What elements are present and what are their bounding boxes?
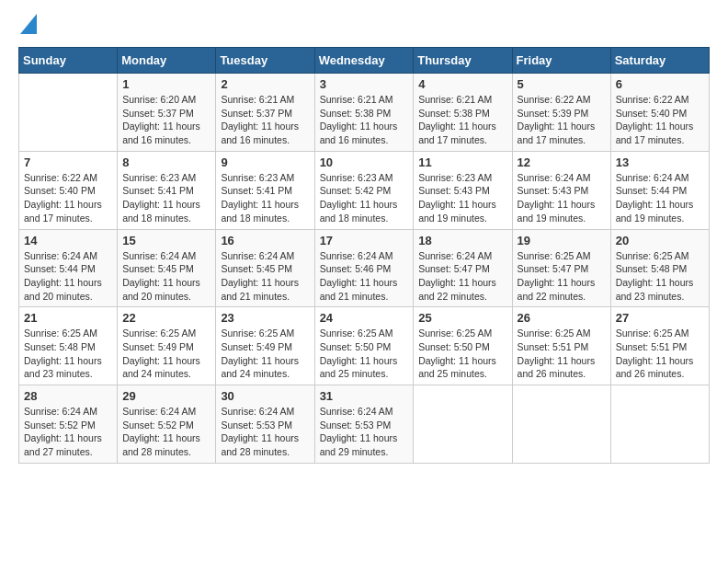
day-number: 6 [616,77,704,91]
day-number: 9 [221,155,309,169]
calendar-day-cell [19,74,118,152]
day-info: Sunrise: 6:23 AMSunset: 5:42 PMDaylight:… [320,171,409,225]
calendar-day-cell: 23Sunrise: 6:25 AMSunset: 5:49 PMDayligh… [216,307,314,385]
calendar-day-cell: 28Sunrise: 6:24 AMSunset: 5:52 PMDayligh… [19,385,118,464]
calendar-day-header: Friday [512,48,610,74]
calendar-day-cell [414,385,512,464]
day-info: Sunrise: 6:24 AMSunset: 5:47 PMDaylight:… [418,249,506,304]
day-info: Sunrise: 6:22 AMSunset: 5:39 PMDaylight:… [518,93,606,147]
calendar-table: SundayMondayTuesdayWednesdayThursdayFrid… [18,47,710,464]
day-info: Sunrise: 6:23 AMSunset: 5:41 PMDaylight:… [122,171,210,225]
calendar-week-row: 28Sunrise: 6:24 AMSunset: 5:52 PMDayligh… [19,385,710,464]
calendar-day-header: Saturday [610,48,709,74]
calendar-day-cell [512,385,610,464]
calendar-day-cell: 14Sunrise: 6:24 AMSunset: 5:44 PMDayligh… [19,229,118,307]
calendar-day-cell: 27Sunrise: 6:25 AMSunset: 5:51 PMDayligh… [610,307,709,385]
svg-marker-0 [20,14,37,34]
logo-arrow-icon [20,14,37,38]
day-number: 4 [418,77,506,91]
day-info: Sunrise: 6:21 AMSunset: 5:38 PMDaylight:… [320,93,409,147]
day-number: 7 [24,155,112,169]
day-number: 21 [24,311,112,325]
day-number: 10 [320,155,409,169]
day-number: 23 [221,311,309,325]
day-number: 27 [616,311,704,325]
day-info: Sunrise: 6:25 AMSunset: 5:49 PMDaylight:… [221,327,309,381]
calendar-day-cell: 11Sunrise: 6:23 AMSunset: 5:43 PMDayligh… [414,151,512,229]
day-info: Sunrise: 6:25 AMSunset: 5:49 PMDaylight:… [122,327,210,381]
day-number: 19 [518,234,606,247]
day-info: Sunrise: 6:22 AMSunset: 5:40 PMDaylight:… [24,171,112,225]
day-info: Sunrise: 6:25 AMSunset: 5:50 PMDaylight:… [418,327,506,381]
calendar-day-cell: 1Sunrise: 6:20 AMSunset: 5:37 PMDaylight… [118,74,216,152]
day-number: 13 [616,155,704,169]
day-number: 20 [616,234,704,247]
day-number: 14 [24,234,112,247]
calendar-day-header: Sunday [19,48,118,74]
day-info: Sunrise: 6:25 AMSunset: 5:47 PMDaylight:… [518,249,606,304]
day-number: 5 [518,77,606,91]
day-number: 17 [320,234,409,247]
day-info: Sunrise: 6:25 AMSunset: 5:48 PMDaylight:… [24,327,112,381]
day-info: Sunrise: 6:21 AMSunset: 5:38 PMDaylight:… [418,93,506,147]
day-number: 1 [122,77,210,91]
calendar-day-cell: 18Sunrise: 6:24 AMSunset: 5:47 PMDayligh… [414,229,512,307]
calendar-day-cell: 31Sunrise: 6:24 AMSunset: 5:53 PMDayligh… [314,385,414,464]
day-info: Sunrise: 6:25 AMSunset: 5:50 PMDaylight:… [320,327,409,381]
day-info: Sunrise: 6:22 AMSunset: 5:40 PMDaylight:… [616,93,704,147]
calendar-day-cell: 29Sunrise: 6:24 AMSunset: 5:52 PMDayligh… [118,385,216,464]
day-number: 8 [122,155,210,169]
calendar-day-cell: 3Sunrise: 6:21 AMSunset: 5:38 PMDaylight… [314,74,414,152]
calendar-day-cell: 2Sunrise: 6:21 AMSunset: 5:37 PMDaylight… [216,74,314,152]
calendar-week-row: 1Sunrise: 6:20 AMSunset: 5:37 PMDaylight… [19,74,710,152]
calendar-day-cell: 24Sunrise: 6:25 AMSunset: 5:50 PMDayligh… [314,307,414,385]
calendar-header-row: SundayMondayTuesdayWednesdayThursdayFrid… [19,48,710,74]
day-number: 2 [221,77,309,91]
day-info: Sunrise: 6:25 AMSunset: 5:51 PMDaylight:… [518,327,606,381]
calendar-day-cell: 16Sunrise: 6:24 AMSunset: 5:45 PMDayligh… [216,229,314,307]
calendar-day-cell: 8Sunrise: 6:23 AMSunset: 5:41 PMDaylight… [118,151,216,229]
day-number: 26 [518,311,606,325]
calendar-day-cell: 20Sunrise: 6:25 AMSunset: 5:48 PMDayligh… [610,229,709,307]
calendar-day-header: Monday [118,48,216,74]
day-number: 3 [320,77,409,91]
calendar-day-cell: 15Sunrise: 6:24 AMSunset: 5:45 PMDayligh… [118,229,216,307]
calendar-day-cell: 4Sunrise: 6:21 AMSunset: 5:38 PMDaylight… [414,74,512,152]
day-number: 15 [122,234,210,247]
calendar-day-cell [610,385,709,464]
calendar-day-cell: 5Sunrise: 6:22 AMSunset: 5:39 PMDaylight… [512,74,610,152]
page-header [18,14,710,38]
calendar-day-cell: 9Sunrise: 6:23 AMSunset: 5:41 PMDaylight… [216,151,314,229]
day-info: Sunrise: 6:24 AMSunset: 5:53 PMDaylight:… [221,405,309,459]
day-number: 12 [518,155,606,169]
day-info: Sunrise: 6:24 AMSunset: 5:45 PMDaylight:… [221,249,309,304]
day-info: Sunrise: 6:24 AMSunset: 5:44 PMDaylight:… [24,249,112,304]
logo [18,14,37,38]
calendar-day-cell: 21Sunrise: 6:25 AMSunset: 5:48 PMDayligh… [19,307,118,385]
calendar-day-cell: 19Sunrise: 6:25 AMSunset: 5:47 PMDayligh… [512,229,610,307]
calendar-day-cell: 17Sunrise: 6:24 AMSunset: 5:46 PMDayligh… [314,229,414,307]
calendar-day-cell: 26Sunrise: 6:25 AMSunset: 5:51 PMDayligh… [512,307,610,385]
calendar-week-row: 7Sunrise: 6:22 AMSunset: 5:40 PMDaylight… [19,151,710,229]
calendar-week-row: 21Sunrise: 6:25 AMSunset: 5:48 PMDayligh… [19,307,710,385]
day-number: 11 [418,155,506,169]
day-number: 25 [418,311,506,325]
calendar-day-cell: 7Sunrise: 6:22 AMSunset: 5:40 PMDaylight… [19,151,118,229]
calendar-day-cell: 30Sunrise: 6:24 AMSunset: 5:53 PMDayligh… [216,385,314,464]
calendar-day-cell: 12Sunrise: 6:24 AMSunset: 5:43 PMDayligh… [512,151,610,229]
day-number: 31 [320,389,409,403]
calendar-day-cell: 10Sunrise: 6:23 AMSunset: 5:42 PMDayligh… [314,151,414,229]
day-info: Sunrise: 6:23 AMSunset: 5:43 PMDaylight:… [418,171,506,225]
calendar-day-cell: 22Sunrise: 6:25 AMSunset: 5:49 PMDayligh… [118,307,216,385]
day-info: Sunrise: 6:20 AMSunset: 5:37 PMDaylight:… [122,93,210,147]
calendar-day-header: Tuesday [216,48,314,74]
day-info: Sunrise: 6:24 AMSunset: 5:52 PMDaylight:… [24,405,112,459]
day-info: Sunrise: 6:25 AMSunset: 5:48 PMDaylight:… [616,249,704,304]
day-number: 18 [418,234,506,247]
day-info: Sunrise: 6:23 AMSunset: 5:41 PMDaylight:… [221,171,309,225]
calendar-day-cell: 6Sunrise: 6:22 AMSunset: 5:40 PMDaylight… [610,74,709,152]
calendar-day-cell: 13Sunrise: 6:24 AMSunset: 5:44 PMDayligh… [610,151,709,229]
day-info: Sunrise: 6:25 AMSunset: 5:51 PMDaylight:… [616,327,704,381]
day-info: Sunrise: 6:24 AMSunset: 5:43 PMDaylight:… [518,171,606,225]
day-number: 16 [221,234,309,247]
